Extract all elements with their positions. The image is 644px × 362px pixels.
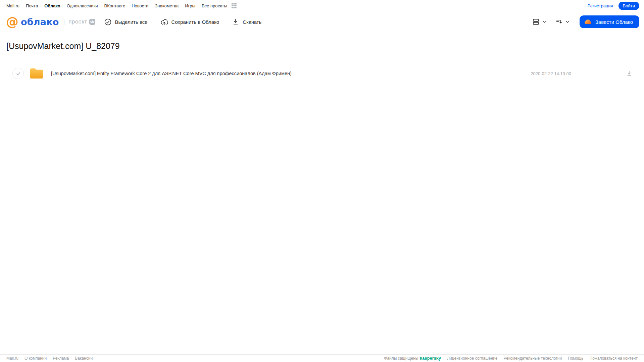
save-to-cloud-label: Сохранить в Облако <box>171 19 219 25</box>
project-label: проект <box>68 18 87 25</box>
file-actions: Выделить все Сохранить в Облако Скача <box>104 18 262 26</box>
protected-label: Файлы защищены <box>384 356 418 361</box>
check-circle-icon <box>104 18 112 26</box>
row-checkbox[interactable] <box>12 68 24 79</box>
portal-links: Mail.ru Почта Облако Одноклассники ВКонт… <box>6 3 237 8</box>
kaspersky-protection: Файлы защищены kaspersky <box>384 356 441 361</box>
cloud-logo[interactable]: @ облако | проект vk <box>6 16 95 28</box>
topnav-link-mailru[interactable]: Mail.ru <box>6 3 19 8</box>
chevron-down-icon <box>565 19 570 24</box>
footer: Mail.ru О компании Реклама Вакансии Файл… <box>0 354 644 362</box>
folder-name-link[interactable]: [UsupovMarket.com] Entity Framework Core… <box>51 71 292 76</box>
row-download-icon[interactable] <box>626 70 633 77</box>
cloud-upload-icon <box>160 18 168 26</box>
view-mode-selector[interactable] <box>532 18 547 26</box>
topnav-link-cloud[interactable]: Облако <box>44 3 60 8</box>
cloud-logo-text: облако <box>21 17 59 27</box>
registration-link[interactable]: Регистрация <box>588 3 613 8</box>
apps-grid-icon[interactable] <box>232 3 237 8</box>
footer-link-license[interactable]: Лицензионное соглашение <box>447 356 497 361</box>
footer-left-links: Mail.ru О компании Реклама Вакансии <box>6 356 93 361</box>
auth-area: Регистрация Войти <box>588 2 639 10</box>
topnav-link-odnoklassniki[interactable]: Одноклассники <box>67 3 98 8</box>
select-all-label: Выделить все <box>115 19 148 25</box>
logo-divider: | <box>63 18 65 25</box>
folder-icon[interactable] <box>29 67 44 80</box>
download-icon <box>232 18 239 25</box>
select-all-button[interactable]: Выделить все <box>104 18 148 26</box>
topnav-link-vkontakte[interactable]: ВКонтакте <box>104 3 126 8</box>
topnav-link-mail[interactable]: Почта <box>26 3 38 8</box>
topnav-link-games[interactable]: Игры <box>185 3 195 8</box>
topnav-link-all-projects[interactable]: Все проекты <box>202 3 227 8</box>
header-toolbar: @ облако | проект vk Выделить все <box>0 11 644 32</box>
get-cloud-button[interactable]: Завести Облако <box>580 15 639 28</box>
save-to-cloud-button[interactable]: Сохранить в Облако <box>160 18 219 26</box>
page-title: [UsupovMarket.com] U_82079 <box>6 41 120 51</box>
vk-badge-icon: vk <box>89 19 95 25</box>
topnav-link-dating[interactable]: Знакомства <box>155 3 179 8</box>
checkmark-icon <box>15 71 21 76</box>
chevron-down-icon <box>542 19 547 24</box>
file-list-row[interactable]: [UsupovMarket.com] Entity Framework Core… <box>0 66 644 81</box>
file-date: 2020-02-22 14:13:00 <box>531 71 571 76</box>
download-button[interactable]: Скачать <box>232 18 261 25</box>
sort-icon <box>555 18 563 26</box>
top-navigation: Mail.ru Почта Облако Одноклассники ВКонт… <box>0 0 644 11</box>
cloud-public-folder-page: Mail.ru Почта Облако Одноклассники ВКонт… <box>0 0 644 362</box>
footer-link-jobs[interactable]: Вакансии <box>75 356 93 361</box>
footer-link-mailru[interactable]: Mail.ru <box>6 356 18 361</box>
footer-right-links: Файлы защищены kaspersky Лицензионное со… <box>384 356 638 361</box>
orange-cloud-icon <box>584 18 592 26</box>
view-mode-icon <box>532 18 540 26</box>
kaspersky-brand[interactable]: kaspersky <box>420 356 441 361</box>
footer-link-about[interactable]: О компании <box>24 356 47 361</box>
footer-link-ads[interactable]: Реклама <box>53 356 69 361</box>
sort-selector[interactable] <box>555 18 570 26</box>
footer-link-recommendations[interactable]: Рекомендательные технологии <box>504 356 562 361</box>
login-button[interactable]: Войти <box>618 2 639 10</box>
get-cloud-label: Завести Облако <box>595 19 633 25</box>
topnav-link-news[interactable]: Новости <box>132 3 148 8</box>
download-label: Скачать <box>243 19 261 25</box>
view-controls: Завести Облако <box>532 15 639 28</box>
footer-link-report[interactable]: Пожаловаться на контент <box>590 356 638 361</box>
mailru-at-icon: @ <box>6 16 18 28</box>
footer-link-help[interactable]: Помощь <box>568 356 583 361</box>
